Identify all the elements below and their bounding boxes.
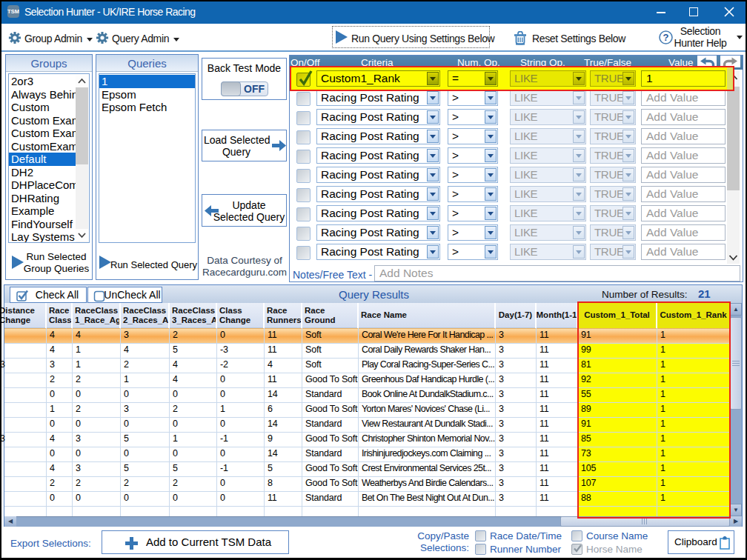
svg-text:?: ? xyxy=(663,32,669,43)
